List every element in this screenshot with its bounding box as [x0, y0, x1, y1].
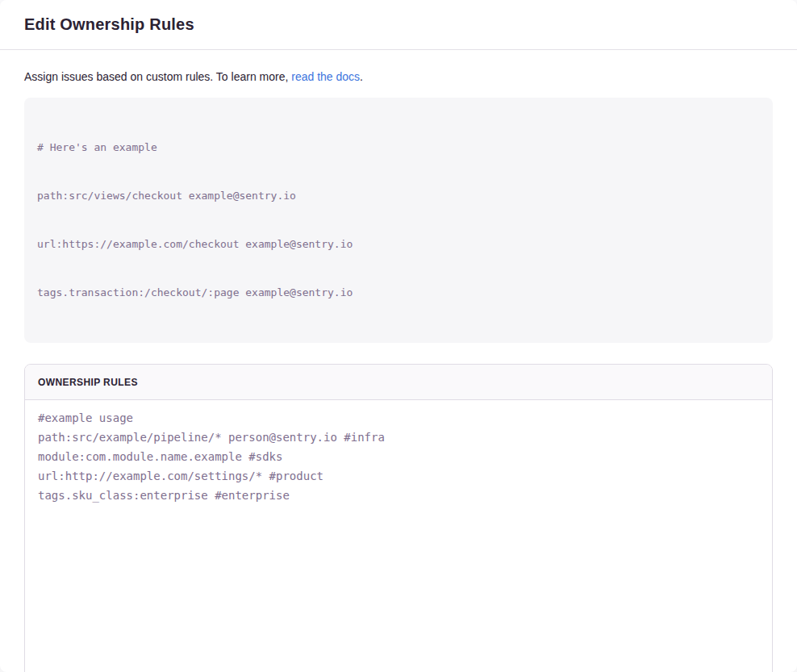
ownership-rules-panel-title: OWNERSHIP RULES — [38, 377, 138, 388]
read-the-docs-link[interactable]: read the docs — [291, 70, 360, 83]
example-rule-line: url:https://example.com/checkout example… — [37, 236, 760, 253]
example-rules-block: # Here's an example path:src/views/check… — [24, 98, 773, 343]
description-text: Assign issues based on custom rules. To … — [24, 69, 773, 85]
ownership-rules-panel-header: OWNERSHIP RULES — [25, 365, 772, 400]
edit-ownership-rules-modal: Edit Ownership Rules Assign issues based… — [0, 0, 797, 672]
example-rule-line: tags.transaction:/checkout/:page example… — [37, 285, 760, 301]
example-rule-line: path:src/views/checkout example@sentry.i… — [37, 188, 760, 204]
ownership-rules-textarea[interactable]: #example usage path:src/example/pipeline… — [25, 400, 772, 672]
modal-title: Edit Ownership Rules — [24, 15, 194, 34]
description-before-link: Assign issues based on custom rules. To … — [24, 70, 291, 83]
modal-header: Edit Ownership Rules — [0, 0, 797, 50]
modal-body: Assign issues based on custom rules. To … — [0, 50, 797, 672]
description-after-link: . — [360, 70, 363, 83]
ownership-rules-panel: OWNERSHIP RULES #example usage path:src/… — [24, 364, 773, 672]
example-rule-line: # Here's an example — [37, 140, 760, 156]
